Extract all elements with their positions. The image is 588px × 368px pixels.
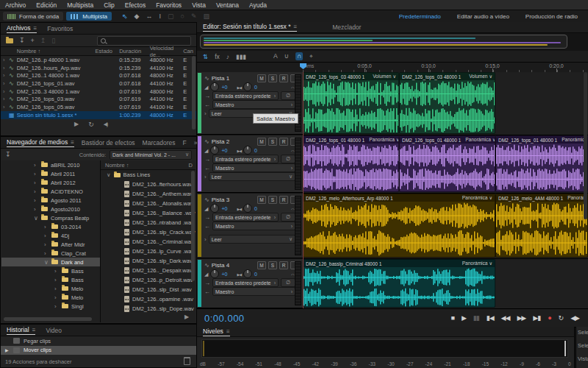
tree-chevron-icon[interactable]: › bbox=[44, 250, 49, 257]
tree-folder-row[interactable]: › Clap_Crat bbox=[1, 249, 100, 258]
output-selector[interactable]: Maestro› bbox=[212, 222, 295, 230]
audio-clip[interactable]: DM2_126_melo_4AM 48000 1Panorámica ∨ bbox=[495, 194, 588, 258]
files-column-headers[interactable]: Nombre ↑ Estado Duración Velocidad de...… bbox=[1, 46, 196, 56]
media-file-row[interactable]: DM2_126.._Anthem.wav bbox=[101, 189, 196, 199]
menu-item[interactable]: Efectos bbox=[120, 1, 151, 9]
panel-menu-icon[interactable] bbox=[226, 328, 230, 335]
audio-clip[interactable]: DM2_126_tops_03 48000 1Volumen ∨ bbox=[303, 72, 399, 134]
track-name[interactable]: Pista 3 bbox=[212, 197, 229, 203]
slip-tool-icon[interactable]: ↔ bbox=[146, 13, 153, 20]
fx-rack-icon[interactable]: fx bbox=[215, 53, 220, 60]
solo-button[interactable]: S bbox=[268, 196, 277, 204]
tree-folder-row[interactable]: › ACIDTEKNO bbox=[1, 187, 100, 196]
phase-button[interactable] bbox=[281, 91, 295, 100]
clip-automation-selector[interactable]: Panorámica ∨ bbox=[465, 137, 495, 143]
preview-loop-icon[interactable] bbox=[88, 121, 94, 128]
media-file-row[interactable]: DM2_126..p_Detroit.wav bbox=[101, 275, 196, 285]
clip-automation-selector[interactable]: Panorámica ∨ bbox=[462, 195, 492, 201]
solo-button[interactable]: S bbox=[268, 261, 277, 269]
DM2_126_tops_03.wav[interactable]: DM2_126_tops_03.wav 0:07.619 44100 Hz E bbox=[1, 95, 196, 103]
tree-chevron-icon[interactable]: › bbox=[44, 233, 49, 239]
panel-menu-icon[interactable] bbox=[34, 24, 37, 32]
tree-chevron-icon[interactable]: › bbox=[34, 162, 38, 169]
automation-mode-selector[interactable]: Leer∨ bbox=[209, 235, 295, 244]
chevron-icon[interactable]: › bbox=[204, 110, 207, 117]
preview-volume-icon[interactable] bbox=[104, 121, 108, 127]
chevron-icon[interactable] bbox=[3, 88, 9, 95]
col-canales[interactable]: Can bbox=[183, 48, 196, 54]
timeline-ruler[interactable]: hms 0:05,0 0:10,0 0:15,0 0:20,0 bbox=[303, 63, 588, 73]
marker-icon[interactable]: ⌖ bbox=[309, 52, 313, 60]
pan-knob[interactable] bbox=[243, 204, 252, 213]
tree-folder-row[interactable]: › 03-2014 bbox=[1, 222, 100, 231]
phase-button[interactable] bbox=[281, 278, 295, 287]
rewind-button[interactable]: ◀◀ bbox=[501, 314, 510, 322]
col-duracion[interactable]: Duración bbox=[119, 48, 150, 54]
tree-folder-row[interactable]: › aBRIL 2010 bbox=[1, 160, 100, 169]
DM2_126_tops_01.wav[interactable]: DM2_126_tops_01.wav 0:07.618 44100 Hz E bbox=[1, 79, 196, 88]
workspace-tab[interactable]: Producción de radio bbox=[526, 13, 578, 20]
pause-button[interactable]: ▮▮ bbox=[473, 314, 479, 322]
media-list-header[interactable]: Nombre ↑ D bbox=[101, 160, 196, 170]
play-button[interactable]: ▶ bbox=[462, 314, 466, 322]
audio-clip[interactable]: DM2_126_tops_03 48000 1Volumen ∨ bbox=[399, 72, 495, 134]
history-item[interactable]: ▶ Mover clips bbox=[1, 346, 196, 355]
audio-clip[interactable]: DM2_126_tops_01 48000 1Panorámica ∨ bbox=[495, 135, 588, 192]
DM2_126..1 48000 1.wav[interactable]: DM2_126..1 48000 1.wav 0:07.618 48000 Hz… bbox=[1, 71, 196, 79]
tree-folder-row[interactable]: › Melo bbox=[1, 293, 100, 302]
lasso-selection-icon[interactable]: ○ bbox=[181, 13, 184, 20]
output-selector[interactable]: Maestro› bbox=[212, 163, 295, 172]
chevron-icon[interactable] bbox=[3, 57, 9, 63]
bass-lines-folder-row[interactable]: ∨ Bass Lines bbox=[101, 170, 196, 180]
menu-item[interactable]: Ventana bbox=[211, 1, 244, 9]
tree-chevron-icon[interactable]: › bbox=[54, 286, 59, 292]
chevron-icon[interactable]: › bbox=[204, 174, 207, 180]
workspace-tab[interactable]: Predeterminado bbox=[399, 13, 441, 20]
open-file-icon[interactable] bbox=[6, 38, 13, 43]
tab-editor[interactable]: Editor: Sesión sin título 1.sesx * bbox=[203, 23, 297, 32]
mute-button[interactable]: M bbox=[257, 74, 266, 82]
multitrack-view-button[interactable]: Multipista bbox=[66, 12, 112, 21]
col-estado[interactable]: Estado bbox=[96, 48, 120, 54]
tree-folder-row[interactable]: › Abril 2011 bbox=[1, 169, 100, 178]
panel-menu-icon[interactable] bbox=[32, 326, 36, 333]
media-file-row[interactable]: DM2_126..ntraband .wav bbox=[101, 218, 196, 227]
marquee-selection-icon[interactable]: ▢ bbox=[168, 13, 174, 20]
media-file-row[interactable]: DM2_126..slp_Dark.wav bbox=[101, 256, 196, 266]
tree-chevron-icon[interactable]: › bbox=[44, 224, 49, 230]
tab-marcadores[interactable]: Marcadores bbox=[143, 139, 176, 146]
trash-icon[interactable] bbox=[184, 357, 190, 365]
media-file-row[interactable]: DM2_126.._Despair.wav bbox=[101, 266, 196, 275]
tree-chevron-icon[interactable]: ∨ bbox=[34, 215, 38, 222]
audio-clip[interactable]: DM2_126_tops_01 48000 1Panorámica ∨ bbox=[399, 135, 495, 192]
solo-button[interactable]: S bbox=[268, 138, 277, 146]
chevron-icon[interactable]: › bbox=[204, 236, 207, 243]
arm-record-button[interactable]: R bbox=[279, 196, 288, 204]
arm-record-button[interactable]: R bbox=[279, 74, 288, 82]
paintbrush-icon[interactable]: ✎ bbox=[191, 13, 197, 20]
volume-value[interactable]: +0 bbox=[221, 272, 227, 277]
media-col-nombre[interactable]: Nombre ↑ bbox=[105, 162, 129, 169]
tab-mezclador[interactable]: Mezclador bbox=[332, 24, 361, 31]
volume-knob[interactable] bbox=[210, 204, 219, 213]
history-item[interactable]: Pegar clips bbox=[1, 336, 196, 346]
DM2_126..p 48000 1.wav[interactable]: DM2_126..p 48000 1.wav 0:15.239 48000 Hz… bbox=[1, 56, 196, 64]
metering-icon[interactable]: ▮▮▮ bbox=[236, 53, 246, 60]
output-selector[interactable]: Maestro› bbox=[212, 100, 295, 109]
media-file-row[interactable]: DM2_126.._Balance .wav bbox=[101, 208, 196, 218]
tree-chevron-icon[interactable]: › bbox=[54, 268, 59, 275]
pan-value[interactable]: 0 bbox=[254, 148, 257, 153]
phase-button[interactable] bbox=[281, 155, 295, 163]
output-selector[interactable]: Maestro› bbox=[212, 287, 295, 296]
preview-play-icon[interactable] bbox=[184, 314, 189, 320]
panel-menu-icon[interactable] bbox=[71, 138, 74, 146]
tree-folder-row[interactable]: › After Midr bbox=[1, 240, 100, 249]
chevron-icon[interactable] bbox=[3, 104, 9, 110]
clip-automation-selector[interactable]: Volumen ∨ bbox=[469, 74, 492, 79]
tab-truncated[interactable]: F bbox=[183, 139, 187, 146]
input-selector[interactable]: Entrada estéreo predete› bbox=[212, 91, 279, 100]
tab-navegador-de-medios[interactable]: Navegador de medios bbox=[7, 138, 74, 147]
volume-knob[interactable] bbox=[210, 146, 219, 155]
chevron-icon[interactable] bbox=[3, 65, 9, 71]
pan-value[interactable]: 0 bbox=[254, 206, 257, 211]
